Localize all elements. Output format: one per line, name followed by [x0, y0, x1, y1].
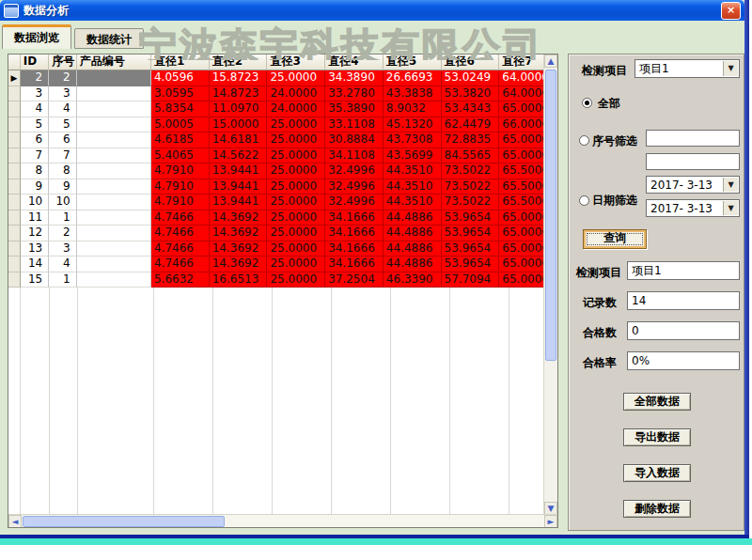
cell-seq[interactable]: 5: [49, 117, 77, 133]
tab-data-statistics[interactable]: 数据统计: [74, 28, 144, 49]
cell-diameter4[interactable]: 37.2504: [325, 272, 384, 288]
cell-diameter5[interactable]: 44.4886: [384, 257, 442, 272]
cell-product[interactable]: [77, 86, 151, 102]
query-button[interactable]: 查询: [583, 229, 647, 249]
table-row[interactable]: 1444.746614.369225.000034.166644.488653.…: [8, 257, 557, 272]
row-selector[interactable]: [8, 179, 21, 195]
cell-diameter2[interactable]: 15.0000: [210, 117, 268, 133]
chevron-down-icon[interactable]: ▼: [723, 201, 738, 215]
cell-product[interactable]: [77, 132, 151, 148]
cell-diameter5[interactable]: 45.1320: [384, 117, 442, 133]
cell-id[interactable]: 7: [21, 148, 49, 164]
cell-diameter5[interactable]: 44.3510: [384, 179, 442, 195]
cell-diameter6[interactable]: 53.9654: [442, 210, 500, 226]
cell-diameter5[interactable]: 44.3510: [384, 194, 442, 210]
cell-diameter6[interactable]: 73.5022: [442, 163, 500, 179]
cell-id[interactable]: 3: [21, 86, 49, 102]
cell-diameter4[interactable]: 34.1666: [325, 226, 384, 241]
cell-seq[interactable]: 9: [49, 179, 77, 195]
cell-id[interactable]: 11: [21, 210, 49, 226]
cell-diameter4[interactable]: 34.1666: [325, 210, 384, 226]
col-header-id[interactable]: ID: [21, 54, 49, 70]
date-from-combobox[interactable]: 2017- 3-13 ▼: [646, 176, 740, 194]
cell-diameter3[interactable]: 25.0000: [267, 257, 325, 272]
cell-diameter3[interactable]: 25.0000: [267, 194, 325, 210]
cell-product[interactable]: [77, 101, 151, 117]
cell-diameter3[interactable]: 25.0000: [267, 70, 325, 86]
cell-diameter3[interactable]: 25.0000: [267, 226, 325, 241]
cell-id[interactable]: 10: [21, 194, 49, 210]
row-selector[interactable]: [8, 101, 21, 117]
row-selector[interactable]: [8, 272, 21, 288]
cell-diameter5[interactable]: 44.4886: [384, 226, 442, 241]
cell-diameter6[interactable]: 53.9654: [442, 257, 500, 272]
cell-seq[interactable]: 6: [49, 132, 77, 148]
cell-diameter3[interactable]: 25.0000: [267, 179, 325, 195]
cell-diameter4[interactable]: 32.4996: [325, 163, 384, 179]
cell-seq[interactable]: 4: [49, 101, 77, 117]
cell-product[interactable]: [77, 117, 151, 133]
cell-diameter4[interactable]: 33.1108: [325, 117, 384, 133]
radio-all-label[interactable]: 全部: [598, 96, 620, 112]
cell-seq[interactable]: 7: [49, 148, 77, 164]
cell-diameter1[interactable]: 5.6632: [151, 272, 210, 288]
cell-diameter5[interactable]: 43.5699: [384, 148, 442, 164]
cell-product[interactable]: [77, 210, 151, 226]
cell-diameter4[interactable]: 35.3890: [325, 101, 384, 117]
cell-diameter4[interactable]: 32.4996: [325, 179, 384, 195]
cell-diameter3[interactable]: 25.0000: [267, 210, 325, 226]
table-row[interactable]: 1515.663216.651325.000037.250446.339057.…: [8, 272, 557, 288]
cell-diameter5[interactable]: 44.3510: [384, 163, 442, 179]
cell-seq[interactable]: 1: [49, 272, 77, 288]
cell-seq[interactable]: 2: [49, 70, 77, 86]
table-row[interactable]: 1224.746614.369225.000034.166644.488653.…: [8, 226, 557, 241]
cell-id[interactable]: 6: [21, 132, 49, 148]
cell-diameter4[interactable]: 33.2780: [325, 86, 384, 102]
cell-diameter2[interactable]: 14.3692: [210, 210, 268, 226]
scroll-right-icon[interactable]: ►: [544, 515, 557, 528]
cell-diameter6[interactable]: 62.4479: [442, 117, 500, 133]
vertical-scroll-thumb[interactable]: [545, 70, 556, 361]
item-select-combobox[interactable]: 项目1 ▼: [634, 59, 740, 78]
cell-seq[interactable]: 3: [49, 241, 77, 257]
cell-id[interactable]: 9: [21, 179, 49, 195]
import-data-button[interactable]: 导入数据: [623, 464, 691, 482]
cell-diameter1[interactable]: 4.7910: [151, 179, 210, 195]
cell-diameter6[interactable]: 84.5565: [442, 148, 500, 164]
cell-diameter2[interactable]: 13.9441: [210, 163, 268, 179]
cell-id[interactable]: 12: [21, 226, 49, 241]
cell-diameter3[interactable]: 25.0000: [267, 241, 325, 257]
cell-seq[interactable]: 1: [49, 210, 77, 226]
cell-diameter6[interactable]: 53.4343: [442, 101, 500, 117]
radio-all[interactable]: [582, 98, 592, 108]
cell-diameter5[interactable]: 46.3390: [384, 272, 442, 288]
cell-diameter1[interactable]: 3.0595: [151, 86, 210, 102]
cell-id[interactable]: 15: [21, 272, 49, 288]
cell-seq[interactable]: 2: [49, 226, 77, 241]
horizontal-scrollbar[interactable]: ◄ ►: [8, 514, 557, 527]
cell-diameter2[interactable]: 13.9441: [210, 179, 268, 195]
row-selector[interactable]: [8, 132, 21, 148]
row-selector[interactable]: [8, 210, 21, 226]
vertical-scrollbar[interactable]: ▲ ▼: [543, 54, 557, 515]
cell-product[interactable]: [77, 226, 151, 241]
cell-id[interactable]: 13: [21, 241, 49, 257]
cell-seq[interactable]: 8: [49, 163, 77, 179]
cell-diameter1[interactable]: 5.4065: [151, 148, 210, 164]
row-selector[interactable]: [8, 226, 21, 241]
cell-diameter5[interactable]: 44.4886: [384, 241, 442, 257]
cell-diameter3[interactable]: 25.0000: [267, 117, 325, 133]
delete-data-button[interactable]: 删除数据: [623, 500, 691, 518]
row-selector[interactable]: [8, 148, 21, 164]
col-header-diameter5[interactable]: 直径5: [384, 54, 442, 70]
tab-data-browse[interactable]: 数据浏览: [2, 24, 71, 49]
cell-diameter6[interactable]: 72.8835: [442, 132, 500, 148]
date-to-combobox[interactable]: 2017- 3-13 ▼: [646, 199, 740, 217]
cell-id[interactable]: 2: [21, 70, 49, 86]
table-row[interactable]: 1334.746614.369225.000034.166644.488653.…: [8, 241, 557, 257]
col-header-seq[interactable]: 序号: [49, 54, 76, 70]
cell-diameter3[interactable]: 25.0000: [267, 163, 325, 179]
table-row[interactable]: 10104.791013.944125.000032.499644.351073…: [8, 194, 557, 210]
table-row[interactable]: 775.406514.562225.000034.110843.569984.5…: [8, 148, 557, 164]
cell-diameter6[interactable]: 73.5022: [442, 194, 500, 210]
